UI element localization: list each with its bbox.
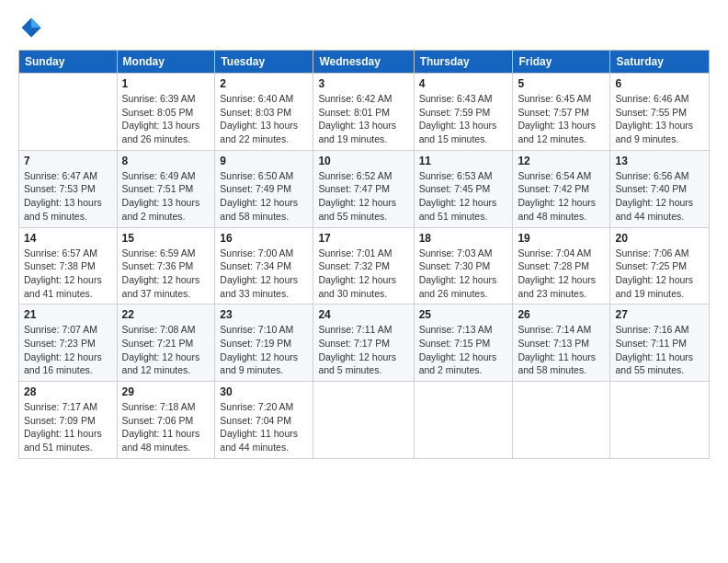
calendar-cell (610, 382, 710, 459)
day-info: Sunrise: 7:06 AMSunset: 7:25 PMDaylight:… (615, 247, 704, 301)
day-number: 20 (615, 232, 704, 245)
day-number: 8 (122, 155, 210, 167)
day-number: 14 (24, 232, 112, 245)
logo-icon (18, 15, 44, 40)
day-number: 19 (518, 232, 605, 245)
calendar-cell: 29Sunrise: 7:18 AMSunset: 7:06 PMDayligh… (117, 382, 215, 459)
day-info: Sunrise: 7:18 AMSunset: 7:06 PMDaylight:… (122, 400, 210, 454)
day-number: 18 (419, 232, 508, 245)
calendar-table: SundayMondayTuesdayWednesdayThursdayFrid… (18, 50, 710, 459)
day-number: 29 (122, 385, 210, 398)
day-number: 26 (518, 308, 605, 321)
day-info: Sunrise: 6:54 AMSunset: 7:42 PMDaylight:… (518, 169, 605, 224)
day-info: Sunrise: 7:16 AMSunset: 7:11 PMDaylight:… (615, 323, 704, 377)
calendar-cell: 7Sunrise: 6:47 AMSunset: 7:53 PMDaylight… (19, 150, 118, 227)
calendar-cell: 11Sunrise: 6:53 AMSunset: 7:45 PMDayligh… (414, 150, 513, 227)
day-info: Sunrise: 6:46 AMSunset: 7:55 PMDaylight:… (615, 92, 704, 146)
calendar-cell: 24Sunrise: 7:11 AMSunset: 7:17 PMDayligh… (313, 304, 414, 382)
logo (18, 15, 48, 40)
day-info: Sunrise: 7:07 AMSunset: 7:23 PMDaylight:… (24, 323, 112, 377)
calendar-cell: 8Sunrise: 6:49 AMSunset: 7:51 PMDaylight… (117, 150, 215, 227)
day-info: Sunrise: 7:13 AMSunset: 7:15 PMDaylight:… (419, 323, 508, 377)
week-row-1: 1Sunrise: 6:39 AMSunset: 8:05 PMDaylight… (19, 74, 710, 151)
day-number: 23 (220, 308, 308, 321)
day-info: Sunrise: 6:45 AMSunset: 7:57 PMDaylight:… (518, 92, 605, 146)
day-info: Sunrise: 6:42 AMSunset: 8:01 PMDaylight:… (318, 92, 408, 146)
calendar-cell: 17Sunrise: 7:01 AMSunset: 7:32 PMDayligh… (313, 227, 414, 304)
day-info: Sunrise: 7:14 AMSunset: 7:13 PMDaylight:… (518, 323, 605, 377)
day-info: Sunrise: 6:52 AMSunset: 7:47 PMDaylight:… (318, 169, 408, 224)
days-header-row: SundayMondayTuesdayWednesdayThursdayFrid… (19, 51, 710, 74)
day-number: 7 (24, 155, 112, 167)
day-info: Sunrise: 7:03 AMSunset: 7:30 PMDaylight:… (419, 247, 508, 301)
week-row-4: 21Sunrise: 7:07 AMSunset: 7:23 PMDayligh… (19, 304, 710, 382)
day-info: Sunrise: 7:11 AMSunset: 7:17 PMDaylight:… (318, 323, 408, 377)
calendar-cell: 18Sunrise: 7:03 AMSunset: 7:30 PMDayligh… (414, 227, 513, 304)
day-info: Sunrise: 6:47 AMSunset: 7:53 PMDaylight:… (24, 169, 112, 224)
day-number: 1 (122, 77, 210, 90)
day-info: Sunrise: 6:53 AMSunset: 7:45 PMDaylight:… (419, 169, 508, 224)
day-number: 16 (220, 232, 308, 245)
col-header-friday: Friday (513, 51, 610, 74)
calendar-cell: 10Sunrise: 6:52 AMSunset: 7:47 PMDayligh… (313, 150, 414, 227)
day-number: 22 (122, 308, 210, 321)
calendar-cell: 27Sunrise: 7:16 AMSunset: 7:11 PMDayligh… (610, 304, 710, 382)
col-header-wednesday: Wednesday (313, 51, 414, 74)
day-number: 25 (419, 308, 508, 321)
col-header-tuesday: Tuesday (215, 51, 313, 74)
day-info: Sunrise: 6:59 AMSunset: 7:36 PMDaylight:… (122, 247, 210, 301)
day-info: Sunrise: 6:49 AMSunset: 7:51 PMDaylight:… (122, 169, 210, 224)
calendar-cell: 3Sunrise: 6:42 AMSunset: 8:01 PMDaylight… (313, 74, 414, 151)
week-row-3: 14Sunrise: 6:57 AMSunset: 7:38 PMDayligh… (19, 227, 710, 304)
day-info: Sunrise: 7:00 AMSunset: 7:34 PMDaylight:… (220, 247, 308, 301)
week-row-5: 28Sunrise: 7:17 AMSunset: 7:09 PMDayligh… (19, 382, 710, 459)
col-header-thursday: Thursday (414, 51, 513, 74)
day-info: Sunrise: 6:40 AMSunset: 8:03 PMDaylight:… (220, 92, 308, 146)
page: SundayMondayTuesdayWednesdayThursdayFrid… (0, 0, 728, 563)
calendar-cell (513, 382, 610, 459)
calendar-cell: 6Sunrise: 6:46 AMSunset: 7:55 PMDaylight… (610, 74, 710, 151)
day-number: 11 (419, 155, 508, 167)
svg-marker-2 (31, 28, 41, 38)
day-number: 3 (318, 77, 408, 90)
calendar-cell: 20Sunrise: 7:06 AMSunset: 7:25 PMDayligh… (610, 227, 710, 304)
calendar-cell: 25Sunrise: 7:13 AMSunset: 7:15 PMDayligh… (414, 304, 513, 382)
day-info: Sunrise: 7:17 AMSunset: 7:09 PMDaylight:… (24, 400, 112, 454)
col-header-saturday: Saturday (610, 51, 710, 74)
calendar-cell: 4Sunrise: 6:43 AMSunset: 7:59 PMDaylight… (414, 74, 513, 151)
day-info: Sunrise: 7:10 AMSunset: 7:19 PMDaylight:… (220, 323, 308, 377)
calendar-cell: 30Sunrise: 7:20 AMSunset: 7:04 PMDayligh… (215, 382, 313, 459)
header (18, 15, 710, 40)
calendar-cell: 22Sunrise: 7:08 AMSunset: 7:21 PMDayligh… (117, 304, 215, 382)
day-number: 15 (122, 232, 210, 245)
calendar-cell: 13Sunrise: 6:56 AMSunset: 7:40 PMDayligh… (610, 150, 710, 227)
week-row-2: 7Sunrise: 6:47 AMSunset: 7:53 PMDaylight… (19, 150, 710, 227)
day-number: 27 (615, 308, 704, 321)
day-info: Sunrise: 6:50 AMSunset: 7:49 PMDaylight:… (220, 169, 308, 224)
day-info: Sunrise: 6:39 AMSunset: 8:05 PMDaylight:… (122, 92, 210, 146)
calendar-cell: 2Sunrise: 6:40 AMSunset: 8:03 PMDaylight… (215, 74, 313, 151)
calendar-cell: 16Sunrise: 7:00 AMSunset: 7:34 PMDayligh… (215, 227, 313, 304)
calendar-cell: 26Sunrise: 7:14 AMSunset: 7:13 PMDayligh… (513, 304, 610, 382)
calendar-cell (313, 382, 414, 459)
day-info: Sunrise: 6:57 AMSunset: 7:38 PMDaylight:… (24, 247, 112, 301)
calendar-cell (19, 74, 118, 151)
calendar-cell: 5Sunrise: 6:45 AMSunset: 7:57 PMDaylight… (513, 74, 610, 151)
col-header-monday: Monday (117, 51, 215, 74)
day-number: 28 (24, 385, 112, 398)
calendar-cell: 9Sunrise: 6:50 AMSunset: 7:49 PMDaylight… (215, 150, 313, 227)
day-info: Sunrise: 7:01 AMSunset: 7:32 PMDaylight:… (318, 247, 408, 301)
day-number: 10 (318, 155, 408, 167)
day-info: Sunrise: 7:04 AMSunset: 7:28 PMDaylight:… (518, 247, 605, 301)
day-info: Sunrise: 7:08 AMSunset: 7:21 PMDaylight:… (122, 323, 210, 377)
calendar-cell: 19Sunrise: 7:04 AMSunset: 7:28 PMDayligh… (513, 227, 610, 304)
day-info: Sunrise: 7:20 AMSunset: 7:04 PMDaylight:… (220, 400, 308, 454)
day-number: 13 (615, 155, 704, 167)
calendar-cell: 1Sunrise: 6:39 AMSunset: 8:05 PMDaylight… (117, 74, 215, 151)
calendar-cell: 23Sunrise: 7:10 AMSunset: 7:19 PMDayligh… (215, 304, 313, 382)
day-number: 2 (220, 77, 308, 90)
day-number: 12 (518, 155, 605, 167)
calendar-cell: 28Sunrise: 7:17 AMSunset: 7:09 PMDayligh… (19, 382, 118, 459)
calendar-cell (414, 382, 513, 459)
day-info: Sunrise: 6:43 AMSunset: 7:59 PMDaylight:… (419, 92, 508, 146)
